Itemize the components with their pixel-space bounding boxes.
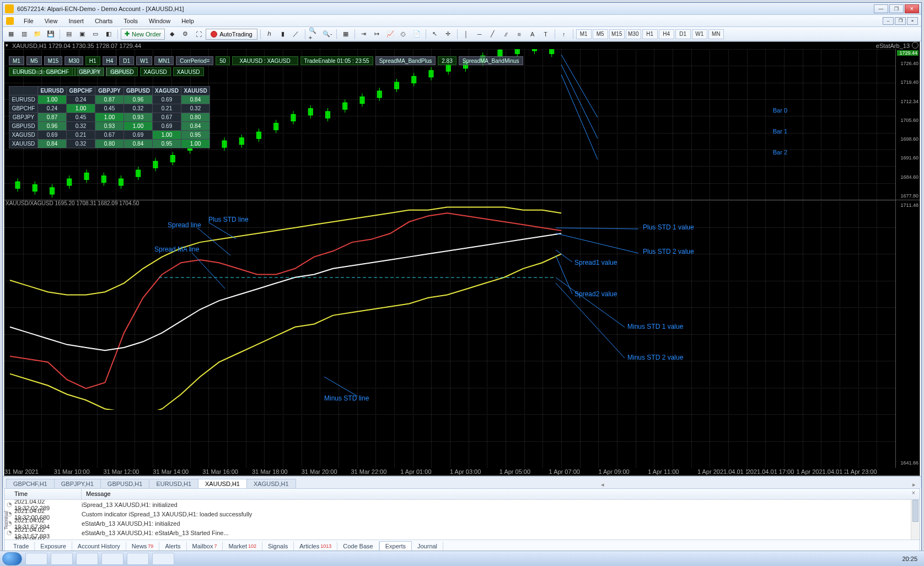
terminal-close-icon[interactable]: ×: [910, 490, 917, 498]
periods-icon[interactable]: ⏲: [397, 29, 410, 40]
timeframe-D1[interactable]: D1: [675, 29, 691, 39]
vline-icon[interactable]: │: [460, 29, 472, 40]
channel-icon[interactable]: ⫽: [500, 29, 512, 40]
navigator-icon[interactable]: ▣: [76, 29, 88, 40]
log-row[interactable]: ◔2021.04.02 19:31:57.893eStatArb_13 XAUU…: [4, 528, 920, 537]
chart-collapse-icon[interactable]: ▾: [6, 42, 8, 48]
terminal-tab-journal[interactable]: Journal: [412, 542, 443, 551]
templates-icon[interactable]: 📄: [411, 29, 423, 40]
chart-tab-gbpchf-h1[interactable]: GBPCHF,H1: [6, 479, 55, 488]
pair-button-gbpchf[interactable]: GBPCHF: [42, 67, 73, 76]
overlay-h4[interactable]: H4: [103, 56, 117, 65]
titlebar[interactable]: 60572214: Alpari-ECN-Demo - Demo Account…: [3, 3, 921, 15]
pair-button-eurusd[interactable]: EURUSD: [9, 67, 40, 76]
tab-scroll-left[interactable]: ◂: [599, 481, 606, 488]
menu-window[interactable]: Window: [143, 17, 176, 25]
overlay-m5[interactable]: M5: [26, 56, 42, 65]
tester-icon[interactable]: ◧: [103, 29, 115, 40]
mdi-restore[interactable]: ❐: [895, 17, 906, 25]
timeframe-M30[interactable]: M30: [626, 29, 641, 39]
tab-scroll-right[interactable]: ▸: [910, 481, 918, 488]
candles-icon[interactable]: ▮: [277, 29, 289, 40]
pair-button-xauusd[interactable]: XAUUSD: [173, 67, 204, 76]
pair-button-gbpusd[interactable]: GBPUSD: [106, 67, 137, 76]
terminal-icon[interactable]: ▭: [89, 29, 101, 40]
zoomout-icon[interactable]: 🔍-: [321, 29, 334, 40]
mdi-minimize[interactable]: –: [883, 17, 894, 25]
fullscreen-icon[interactable]: ⛶: [192, 29, 205, 40]
mdi-close[interactable]: ×: [907, 17, 918, 25]
crosshair-icon[interactable]: ✛: [442, 29, 454, 40]
new-order-button[interactable]: ✚New Order: [121, 29, 165, 40]
taskbar-app[interactable]: [152, 553, 174, 565]
overlay-spreadma-bandminus[interactable]: SpreadMA_BandMinus: [459, 56, 523, 65]
taskbar-app[interactable]: [101, 553, 123, 565]
menu-charts[interactable]: Charts: [89, 17, 118, 25]
shift-icon[interactable]: ↦: [371, 29, 383, 40]
terminal-tab-alerts[interactable]: Alerts: [159, 542, 186, 551]
indicator-subwindow[interactable]: XAUUSD/XAGUSD 1695.20 1708.31 1682.09 17…: [4, 200, 920, 476]
metaeditor-icon[interactable]: ◆: [166, 29, 178, 40]
timeframe-H4[interactable]: H4: [659, 29, 674, 39]
tile-icon[interactable]: ▦: [340, 29, 352, 40]
terminal-tab-articles[interactable]: Articles 1013: [294, 542, 337, 551]
chart-tab-eurusd-h1[interactable]: EURUSD,H1: [149, 479, 198, 488]
chart-tab-xagusd-h1[interactable]: XAGUSD,H1: [246, 479, 296, 488]
terminal-tab-experts[interactable]: Experts: [379, 541, 412, 551]
overlay-spreadma-bandplus[interactable]: SpreadMA_BandPlus: [375, 56, 436, 65]
taskbar-app[interactable]: [76, 553, 98, 565]
menu-file[interactable]: File: [18, 17, 39, 25]
overlay-xauusd---xagusd[interactable]: XAUUSD : XAGUSD: [232, 56, 298, 65]
taskbar-app[interactable]: [25, 553, 47, 565]
fibo-icon[interactable]: ≡: [513, 29, 525, 40]
overlay-2-83[interactable]: 2.83: [438, 56, 456, 65]
text-icon[interactable]: A: [527, 29, 539, 40]
indicators-icon[interactable]: 📈: [384, 29, 396, 40]
log-row[interactable]: ◔2021.04.02 19:32:00.680Custom indicator…: [4, 509, 920, 519]
taskbar-clock[interactable]: 20:25: [898, 556, 922, 562]
timeframe-MN[interactable]: MN: [708, 29, 724, 39]
pair-button-xagusd[interactable]: XAGUSD: [140, 67, 171, 76]
taskbar-app[interactable]: [51, 553, 73, 565]
minimize-button[interactable]: —: [874, 4, 888, 13]
overlay-d1[interactable]: D1: [119, 56, 134, 65]
chart-tab-gbpusd-h1[interactable]: GBPUSD,H1: [100, 479, 150, 488]
marketwatch-icon[interactable]: ▤: [63, 29, 75, 40]
overlay-m1[interactable]: M1: [9, 56, 24, 65]
terminal-tab-exposure[interactable]: Exposure: [35, 542, 72, 551]
chart-tab-gbpjpy-h1[interactable]: GBPJPY,H1: [54, 479, 101, 488]
pair-button-gbpjpy[interactable]: GBPJPY: [75, 67, 104, 76]
taskbar-app[interactable]: [127, 553, 149, 565]
log-row[interactable]: ◔2021.04.02 19:31:57.894eStatArb_13 XAUU…: [4, 519, 920, 528]
profile-icon[interactable]: ▥: [18, 29, 30, 40]
line-icon[interactable]: ／: [290, 29, 302, 40]
terminal-tab-signals[interactable]: Signals: [262, 542, 294, 551]
overlay-50[interactable]: 50: [216, 56, 229, 65]
zoomin-icon[interactable]: 🔍+: [308, 29, 320, 40]
menu-help[interactable]: Help: [176, 17, 200, 25]
terminal-tab-code-base[interactable]: Code Base: [337, 542, 379, 551]
overlay-m15[interactable]: M15: [44, 56, 62, 65]
chart-tab-xauusd-h1[interactable]: XAUUSD,H1: [198, 479, 247, 488]
hline-icon[interactable]: ─: [474, 29, 486, 40]
trendline-icon[interactable]: ╱: [487, 29, 499, 40]
start-button[interactable]: [2, 552, 22, 565]
autoscroll-icon[interactable]: ⇥: [358, 29, 370, 40]
log-row[interactable]: ◔2021.04.02 19:32:02.289iSpread_13 XAUUS…: [4, 500, 920, 509]
arrows-icon[interactable]: ↑: [558, 29, 570, 40]
timeframe-M1[interactable]: M1: [576, 29, 592, 39]
cursor-icon[interactable]: ↖: [429, 29, 441, 40]
save-icon[interactable]: 💾: [45, 29, 57, 40]
terminal-tab-trade[interactable]: Trade: [8, 542, 35, 551]
bars-icon[interactable]: ℎ: [264, 29, 276, 40]
timeframe-H1[interactable]: H1: [642, 29, 658, 39]
maximize-button[interactable]: ❐: [889, 4, 904, 13]
terminal-tab-market[interactable]: Market 102: [223, 542, 262, 551]
overlay-tradeenable-01-05---23-55[interactable]: TradeEnable 01:05 : 23:55: [300, 56, 373, 65]
timeframe-W1[interactable]: W1: [692, 29, 707, 39]
label-icon[interactable]: T: [540, 29, 552, 40]
menu-view[interactable]: View: [39, 17, 63, 25]
terminal-tab-mailbox[interactable]: Mailbox 7: [187, 542, 223, 551]
menu-tools[interactable]: Tools: [118, 17, 143, 25]
close-button[interactable]: ✕: [905, 4, 919, 13]
